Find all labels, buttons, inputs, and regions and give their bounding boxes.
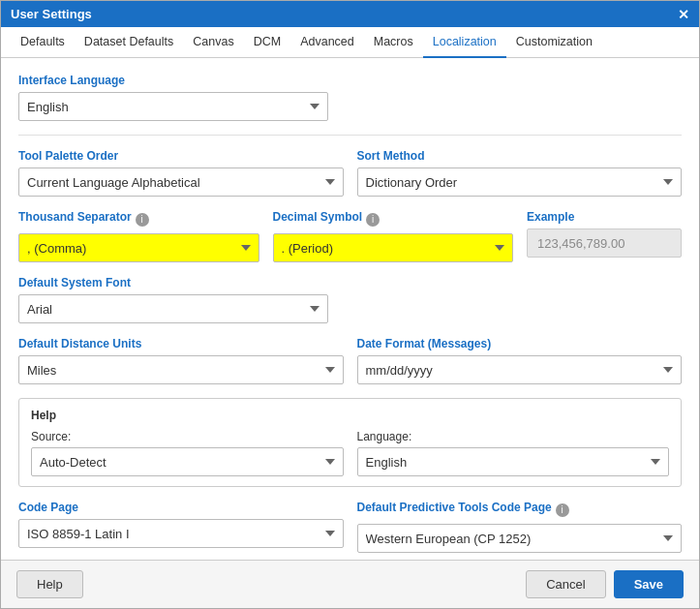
palette-sort-row: Tool Palette Order Current Language Alph… [18, 149, 682, 197]
default-font-label: Default System Font [18, 276, 682, 289]
help-source-col: Source: Auto-Detect [31, 430, 344, 476]
predictive-col: Default Predictive Tools Code Page i Wes… [357, 501, 683, 553]
help-language-select[interactable]: English [357, 447, 670, 476]
tab-dcm[interactable]: DCM [244, 27, 290, 58]
tab-macros[interactable]: Macros [364, 27, 423, 58]
close-button[interactable]: ✕ [678, 8, 689, 21]
decimal-symbol-col: Decimal Symbol i . (Period) [273, 210, 514, 262]
example-col: Example 123,456,789.00 [527, 210, 682, 262]
sort-method-label: Sort Method [357, 149, 683, 163]
date-format-select[interactable]: mm/dd/yyyy [357, 355, 683, 384]
tab-dataset-defaults[interactable]: Dataset Defaults [75, 27, 183, 58]
tab-advanced[interactable]: Advanced [290, 27, 364, 58]
predictive-label: Default Predictive Tools Code Page [357, 501, 552, 514]
save-button[interactable]: Save [614, 570, 684, 598]
example-label: Example [527, 210, 682, 224]
tab-localization[interactable]: Localization [423, 27, 506, 58]
help-source-label: Source: [31, 430, 344, 443]
decimal-symbol-label: Decimal Symbol [273, 210, 363, 224]
nav-tabs: Defaults Dataset Defaults Canvas DCM Adv… [1, 27, 699, 58]
tool-palette-label: Tool Palette Order [18, 149, 344, 163]
cancel-button[interactable]: Cancel [526, 570, 605, 598]
help-group: Help Source: Auto-Detect Language: Engli… [18, 398, 682, 487]
tab-customization[interactable]: Customization [506, 27, 602, 58]
code-page-row: Code Page ISO 8859-1 Latin I Default Pre… [18, 501, 682, 553]
user-settings-window: User Settings ✕ Defaults Dataset Default… [0, 0, 700, 609]
settings-content: Interface Language English Tool Palette … [1, 58, 699, 560]
window-title: User Settings [11, 7, 92, 21]
distance-label: Default Distance Units [18, 337, 344, 350]
thousand-separator-col: Thousand Separator i , (Comma) [18, 210, 259, 262]
separator-row: Thousand Separator i , (Comma) Decimal S… [18, 210, 682, 262]
tab-canvas[interactable]: Canvas [183, 27, 243, 58]
thousand-separator-select[interactable]: , (Comma) [18, 233, 259, 262]
help-button[interactable]: Help [16, 570, 83, 598]
distance-select[interactable]: Miles [18, 355, 344, 384]
example-value: 123,456,789.00 [527, 228, 682, 258]
title-bar: User Settings ✕ [1, 1, 699, 27]
code-page-select[interactable]: ISO 8859-1 Latin I [18, 519, 344, 548]
code-page-col: Code Page ISO 8859-1 Latin I [18, 501, 344, 553]
date-format-col: Date Format (Messages) mm/dd/yyyy [357, 337, 683, 384]
interface-language-select[interactable]: English [18, 92, 328, 121]
distance-col: Default Distance Units Miles [18, 337, 344, 384]
decimal-symbol-info-icon[interactable]: i [366, 213, 380, 227]
help-language-col: Language: English [357, 430, 670, 476]
predictive-select[interactable]: Western European (CP 1252) [357, 524, 683, 553]
predictive-info-icon[interactable]: i [556, 503, 569, 517]
help-language-label: Language: [357, 430, 670, 443]
tool-palette-select[interactable]: Current Language Alphabetical [18, 167, 344, 197]
default-font-select[interactable]: Arial [18, 294, 328, 323]
thousand-separator-info-icon[interactable]: i [136, 213, 149, 227]
tool-palette-col: Tool Palette Order Current Language Alph… [18, 149, 344, 197]
help-source-select[interactable]: Auto-Detect [31, 447, 344, 476]
interface-language-label: Interface Language [18, 74, 682, 87]
sort-method-select[interactable]: Dictionary Order [357, 167, 683, 197]
thousand-separator-label: Thousand Separator [18, 210, 132, 224]
date-format-label: Date Format (Messages) [357, 337, 683, 350]
tab-defaults[interactable]: Defaults [11, 27, 75, 58]
footer: Help Cancel Save [1, 560, 699, 608]
help-group-row: Source: Auto-Detect Language: English [31, 430, 669, 476]
sort-method-col: Sort Method Dictionary Order [357, 149, 683, 197]
help-group-title: Help [31, 409, 669, 422]
decimal-symbol-select[interactable]: . (Period) [273, 233, 514, 262]
code-page-label: Code Page [18, 501, 344, 514]
distance-date-row: Default Distance Units Miles Date Format… [18, 337, 682, 384]
